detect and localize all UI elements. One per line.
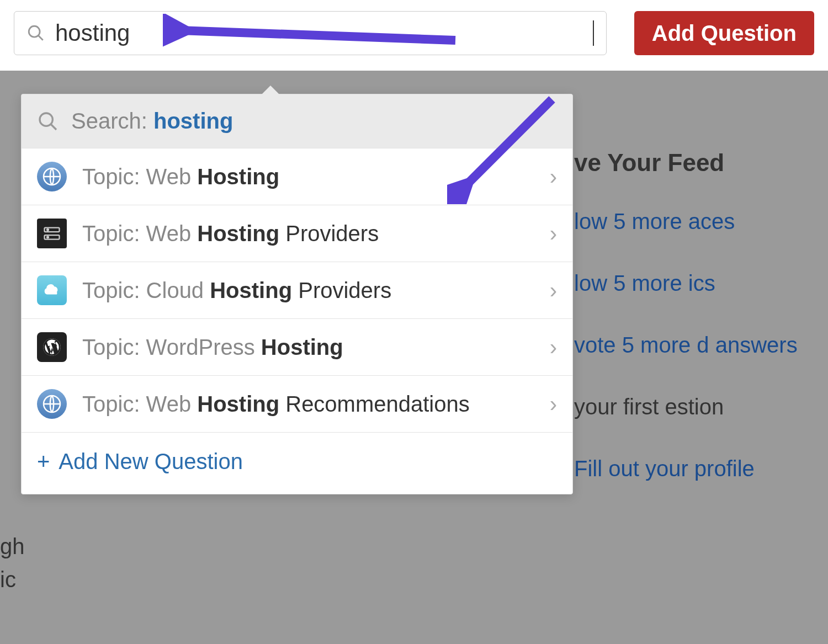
svg-point-0 [29, 26, 40, 37]
wordpress-icon [37, 332, 67, 362]
dropdown-search-row[interactable]: Search: hosting [22, 94, 572, 148]
add-question-button[interactable]: Add Question [634, 11, 814, 55]
server-icon [37, 219, 67, 248]
globe-icon [37, 162, 67, 191]
chevron-right-icon: › [550, 335, 557, 360]
chevron-right-icon: › [550, 392, 557, 417]
dropdown-item-label: Topic: Cloud Hosting Providers [82, 278, 534, 303]
dropdown-item-label: Topic: Web Hosting Providers [82, 221, 534, 246]
search-icon [26, 24, 45, 42]
dropdown-item-wordpress-hosting[interactable]: Topic: WordPress Hosting › [22, 318, 572, 375]
add-new-question-label: Add New Question [59, 449, 243, 474]
sidebar-item[interactable]: low 5 more aces [574, 204, 811, 238]
globe-icon [37, 389, 67, 419]
dropdown-item-web-hosting[interactable]: Topic: Web Hosting › [22, 148, 572, 205]
left-text-fragment: gh ic [0, 530, 25, 596]
sidebar-item[interactable]: vote 5 more d answers [574, 328, 811, 362]
svg-line-1 [38, 35, 43, 40]
svg-line-3 [51, 124, 56, 130]
search-box[interactable]: hosting [14, 11, 607, 55]
sidebar-item[interactable]: your first estion [574, 390, 811, 424]
dropdown-item-label: Topic: Web Hosting Recommendations [82, 392, 534, 417]
dropdown-item-web-hosting-recommendations[interactable]: Topic: Web Hosting Recommendations › [22, 375, 572, 432]
sidebar-item[interactable]: low 5 more ics [574, 266, 811, 300]
plus-icon: + [37, 449, 50, 474]
chevron-right-icon: › [550, 221, 557, 246]
chevron-right-icon: › [550, 278, 557, 303]
sidebar-item[interactable]: Fill out your profile [574, 451, 811, 486]
sidebar-title: ve Your Feed [574, 143, 811, 177]
dropdown-item-label: Topic: WordPress Hosting [82, 335, 534, 360]
svg-point-7 [47, 229, 49, 231]
search-dropdown: Search: hosting Topic: Web Hosting › Top… [21, 94, 573, 494]
cloud-icon [37, 275, 67, 305]
search-term: hosting [153, 109, 233, 133]
search-icon [37, 110, 59, 132]
sidebar-panel: ve Your Feed low 5 more aces low 5 more … [574, 143, 811, 513]
dropdown-item-web-hosting-providers[interactable]: Topic: Web Hosting Providers › [22, 205, 572, 262]
add-new-question-link[interactable]: + Add New Question [22, 432, 572, 494]
dropdown-item-cloud-hosting-providers[interactable]: Topic: Cloud Hosting Providers › [22, 262, 572, 318]
text-cursor [593, 20, 594, 46]
header-bar: hosting Add Question [0, 0, 828, 66]
chevron-right-icon: › [550, 164, 557, 189]
svg-point-8 [47, 236, 49, 238]
dropdown-item-label: Topic: Web Hosting [82, 164, 534, 189]
svg-point-2 [40, 113, 52, 126]
search-input[interactable]: hosting [55, 20, 596, 46]
search-prefix: Search: [71, 109, 147, 133]
